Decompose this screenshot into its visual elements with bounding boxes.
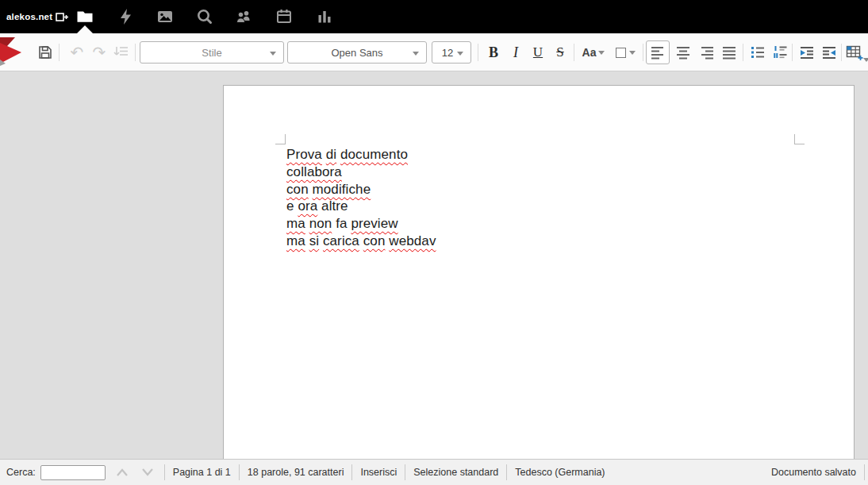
insert-table-button[interactable] <box>844 42 865 63</box>
bar-chart-icon[interactable] <box>315 7 334 26</box>
margin-marker-top-left <box>275 134 286 144</box>
bold-button[interactable]: B <box>483 42 504 63</box>
decrease-indent-button[interactable] <box>819 42 839 63</box>
insert-mode-status[interactable]: Inserisci <box>360 467 397 478</box>
save-status: Documento salvato <box>771 467 856 478</box>
chevron-down-icon[interactable] <box>863 58 868 62</box>
word[interactable]: collabora <box>286 164 342 179</box>
document-repair-icon <box>113 44 130 61</box>
word[interactable]: con <box>363 233 386 248</box>
search-previous-button[interactable] <box>113 467 131 478</box>
word[interactable]: preview <box>351 216 398 231</box>
folder-icon[interactable] <box>75 7 94 26</box>
document-line[interactable]: e ora altre <box>286 198 436 215</box>
word[interactable]: documento <box>340 147 408 162</box>
font-size-dropdown[interactable]: 12 <box>432 41 471 64</box>
underline-button[interactable]: U <box>528 42 548 63</box>
external-link-icon <box>56 10 70 23</box>
chevron-down-icon <box>270 52 276 56</box>
logo[interactable]: alekos.net <box>6 0 70 33</box>
align-left-icon <box>650 44 666 60</box>
chevron-down-icon <box>457 52 463 56</box>
chevron-down-icon <box>629 51 636 55</box>
undo-button[interactable]: ↶ <box>67 42 87 63</box>
collabora-logo <box>0 37 25 67</box>
document-line[interactable]: Prova di documento <box>286 146 436 164</box>
strikethrough-button[interactable]: S <box>550 42 570 63</box>
highlight-color-dropdown[interactable] <box>611 42 639 63</box>
align-center-button[interactable] <box>673 42 693 63</box>
justify-icon <box>721 44 737 60</box>
word[interactable]: con <box>286 182 309 197</box>
paragraph-style-dropdown[interactable]: Stile <box>140 41 284 64</box>
align-right-icon <box>699 44 715 60</box>
word-count-status[interactable]: 18 parole, 91 caratteri <box>248 467 344 478</box>
save-icon <box>36 44 54 61</box>
word[interactable]: carica <box>323 233 359 248</box>
active-tab-indicator <box>77 25 93 33</box>
editor-toolbar: ↶ ↷ Stile Open Sans 12 B I U S Aa <box>0 33 868 71</box>
people-icon[interactable] <box>234 7 253 26</box>
align-left-button[interactable] <box>646 40 670 64</box>
increase-indent-icon <box>799 44 815 60</box>
color-swatch-icon <box>616 48 626 58</box>
app-header: alekos.net <box>0 0 868 33</box>
chevron-down-icon <box>413 52 419 56</box>
document-line[interactable]: ma si carica con webdav <box>286 233 436 250</box>
numbered-list-button[interactable] <box>770 42 790 63</box>
word[interactable]: si <box>309 233 319 248</box>
numbered-list-icon <box>772 44 788 60</box>
margin-marker-top-right <box>794 134 805 144</box>
chevron-down-icon <box>598 51 605 55</box>
italic-button[interactable]: I <box>505 42 526 63</box>
document-page[interactable]: Prova di documentocollaboracon modifiche… <box>223 85 855 459</box>
document-repair-button[interactable] <box>111 42 132 63</box>
word[interactable]: webdav <box>389 233 436 248</box>
search-label: Cerca: <box>6 467 36 478</box>
word[interactable]: fa <box>336 216 347 231</box>
search-next-button[interactable] <box>139 467 156 478</box>
word[interactable]: non <box>309 216 332 231</box>
increase-indent-button[interactable] <box>797 42 817 63</box>
character-case-dropdown[interactable]: Aa <box>579 42 608 63</box>
document-line[interactable]: ma non fa preview <box>286 215 436 233</box>
word[interactable]: altre <box>321 198 348 214</box>
bullet-list-icon <box>750 44 766 60</box>
decrease-indent-icon <box>821 44 837 60</box>
redo-button[interactable]: ↷ <box>89 42 109 63</box>
selection-mode-status[interactable]: Selezione standard <box>413 467 498 478</box>
align-right-button[interactable] <box>697 42 717 63</box>
calendar-icon[interactable] <box>275 7 294 26</box>
word[interactable]: ora <box>298 198 317 214</box>
page-number-status[interactable]: Pagina 1 di 1 <box>173 467 231 478</box>
lightning-icon[interactable] <box>117 7 136 26</box>
document-text: Prova di documentocollaboracon modifiche… <box>286 146 436 250</box>
font-name-dropdown[interactable]: Open Sans <box>287 41 427 64</box>
word[interactable]: e <box>286 198 294 214</box>
save-button[interactable] <box>35 42 56 63</box>
image-icon[interactable] <box>156 7 175 26</box>
magnifier-icon[interactable] <box>195 7 214 26</box>
bullet-list-button[interactable] <box>747 42 768 63</box>
word[interactable]: modifiche <box>313 182 371 197</box>
search-input[interactable] <box>40 465 106 480</box>
document-line[interactable]: con modifiche <box>286 181 436 198</box>
insert-table-icon <box>845 44 864 61</box>
document-canvas: Prova di documentocollaboracon modifiche… <box>0 71 868 459</box>
word[interactable]: Prova <box>286 147 322 162</box>
document-line[interactable]: collabora <box>286 164 436 181</box>
status-bar: Cerca: Pagina 1 di 1 18 parole, 91 carat… <box>0 459 868 485</box>
word[interactable]: di <box>326 147 336 162</box>
language-status[interactable]: Tedesco (Germania) <box>515 467 605 478</box>
justify-button[interactable] <box>719 42 739 63</box>
word[interactable]: ma <box>286 216 305 231</box>
word[interactable]: ma <box>286 233 305 248</box>
align-center-icon <box>675 44 691 60</box>
logo-text: alekos.net <box>6 12 52 21</box>
